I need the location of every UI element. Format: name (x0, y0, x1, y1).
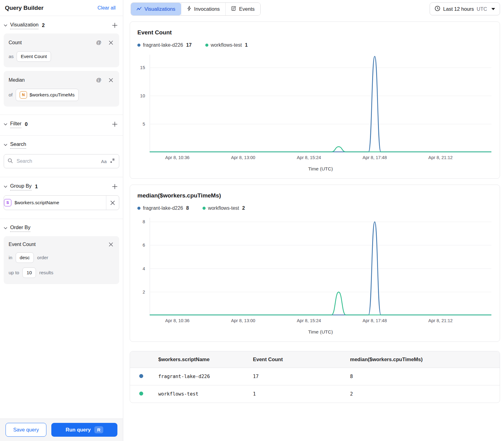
tab-label: Events (239, 6, 254, 12)
aggregation-title: Count (9, 40, 22, 45)
close-icon[interactable] (108, 39, 114, 46)
timezone-label: UTC (477, 6, 487, 12)
search-label: Search (10, 141, 26, 149)
cell-script-name: fragrant-lake-d226 (155, 368, 250, 385)
mention-icon[interactable]: @ (95, 76, 103, 84)
column-header: median($workers.cpuTimeMs) (347, 351, 500, 368)
order-by-section: Order By Event Count in desc order up to… (0, 219, 123, 292)
group-by-label: Group By (10, 183, 32, 190)
line-chart-icon (136, 6, 142, 12)
lightning-icon (187, 6, 191, 12)
series-dot (205, 44, 208, 47)
chart-body: 2468 (137, 218, 491, 315)
series-dot (137, 207, 140, 210)
chevron-down-icon[interactable] (4, 227, 7, 229)
series-dot (139, 374, 143, 378)
search-icon (8, 158, 13, 165)
chevron-down-icon[interactable] (4, 144, 7, 146)
plot-area[interactable] (150, 55, 491, 152)
chart-title: median($workers.cpuTimeMs) (137, 192, 491, 199)
cell-event-count: 1 (250, 385, 347, 403)
legend-item[interactable]: workflows-test 2 (203, 205, 245, 211)
view-tabs: Visualizations Invocations Events (131, 2, 261, 16)
table-header-row: $workers.scriptName Event Count median($… (130, 351, 500, 368)
up-to-label: up to (9, 270, 19, 275)
visualization-label: Visualization (10, 22, 38, 29)
match-case-icon[interactable]: Aa (101, 159, 107, 164)
visualization-count: 2 (42, 22, 45, 28)
series-name: workflows-test (211, 42, 242, 48)
order-label: order (37, 255, 48, 260)
sidebar-footer: Save query Run query R (0, 419, 123, 441)
results-table-card: $workers.scriptName Event Count median($… (130, 351, 500, 403)
x-axis: Apr 8, 10:36Apr 8, 13:00Apr 8, 15:24Apr … (137, 155, 491, 161)
count-aggregation-card: Count @ as Event Count (4, 33, 119, 67)
tab-label: Invocations (194, 6, 220, 12)
caret-down-icon (491, 8, 495, 10)
column-header: Event Count (250, 351, 347, 368)
field-chip[interactable]: N $workers.cpuTimeMs (16, 89, 79, 101)
chevron-down-icon[interactable] (4, 123, 7, 126)
legend-item[interactable]: fragrant-lake-d226 8 (137, 205, 189, 211)
search-box: Aa (4, 154, 119, 168)
group-by-field[interactable]: S $workers.scriptName (4, 195, 119, 210)
run-query-label: Run query (66, 427, 91, 433)
main-content: Visualizations Invocations Events Last 1… (123, 0, 504, 441)
add-filter-button[interactable] (111, 120, 119, 128)
series-name: fragrant-lake-d226 (143, 205, 183, 211)
mention-icon[interactable]: @ (95, 38, 103, 47)
filter-label: Filter (10, 121, 22, 128)
order-by-label: Order By (10, 224, 30, 232)
chart-legend: fragrant-lake-d226 8 workflows-test 2 (137, 205, 491, 211)
legend-item[interactable]: workflows-test 1 (205, 42, 248, 48)
limit-chip[interactable]: 10 (22, 267, 36, 278)
series-dot (203, 207, 206, 210)
event-count-chart-card: Event Count fragrant-lake-d226 17 workfl… (130, 21, 500, 179)
aggregation-title: Median (9, 77, 25, 83)
chart-body: 51015 (137, 55, 491, 152)
order-by-field: Event Count (9, 242, 36, 247)
search-input[interactable] (16, 158, 98, 164)
close-icon[interactable] (108, 77, 114, 84)
median-cputime-chart-card: median($workers.cpuTimeMs) fragrant-lake… (130, 185, 500, 342)
series-total: 8 (186, 205, 189, 211)
time-range-label: Last 12 hours (443, 6, 474, 12)
group-by-count: 1 (35, 184, 38, 189)
search-section: Search Aa (0, 136, 123, 177)
tab-invocations[interactable]: Invocations (181, 3, 225, 15)
table-row[interactable]: workflows-test 1 2 (130, 385, 500, 403)
string-type-icon: S (4, 199, 11, 206)
of-label: of (9, 92, 13, 98)
y-axis: 2468 (137, 218, 150, 315)
series-total: 1 (245, 42, 248, 48)
time-range-dropdown[interactable]: Last 12 hours UTC (430, 2, 500, 15)
remove-group-by-icon[interactable] (106, 201, 119, 205)
clock-icon (435, 6, 440, 13)
add-group-by-button[interactable] (111, 183, 119, 190)
chart-legend: fragrant-lake-d226 17 workflows-test 1 (137, 42, 491, 48)
page-title: Query Builder (5, 5, 44, 11)
direction-chip[interactable]: desc (16, 252, 34, 263)
table-row[interactable]: fragrant-lake-d226 17 8 (130, 368, 500, 385)
chevron-down-icon[interactable] (4, 185, 7, 188)
run-query-button[interactable]: Run query R (51, 423, 117, 437)
save-query-button[interactable]: Save query (6, 423, 46, 437)
plot-area[interactable] (150, 218, 491, 315)
regex-icon[interactable] (110, 158, 115, 165)
clear-all-button[interactable]: Clear all (96, 5, 117, 11)
add-visualization-button[interactable] (111, 21, 119, 29)
cell-event-count: 17 (250, 368, 347, 385)
alias-chip[interactable]: Event Count (17, 51, 51, 62)
x-axis-title: Time (UTC) (137, 329, 491, 335)
close-icon[interactable] (108, 241, 114, 248)
as-label: as (9, 54, 14, 59)
group-by-field-label: $workers.scriptName (14, 200, 59, 205)
tab-events[interactable]: Events (225, 3, 260, 15)
tab-visualizations[interactable]: Visualizations (131, 3, 181, 15)
series-name: fragrant-lake-d226 (143, 42, 183, 48)
order-by-card: Event Count in desc order up to 10 resul… (4, 236, 119, 284)
legend-item[interactable]: fragrant-lake-d226 17 (137, 42, 192, 48)
sidebar-header: Query Builder Clear all (0, 0, 123, 16)
results-table: $workers.scriptName Event Count median($… (130, 351, 500, 403)
chevron-down-icon[interactable] (4, 24, 7, 27)
